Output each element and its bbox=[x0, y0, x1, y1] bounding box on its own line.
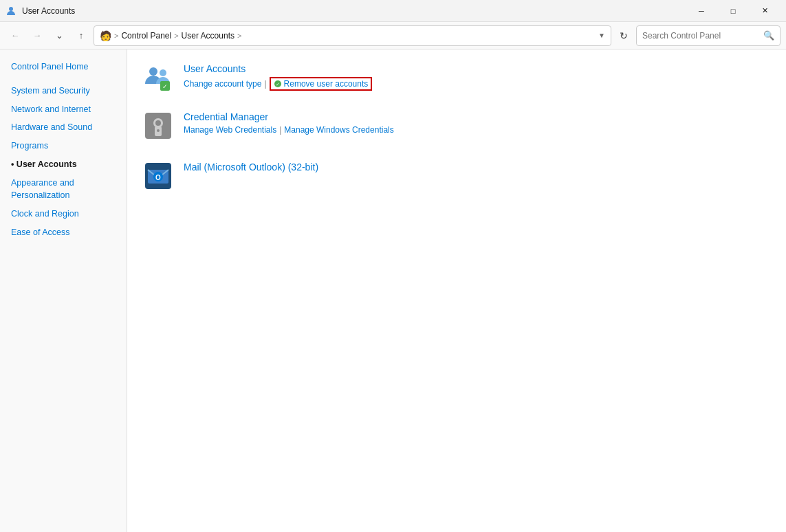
user-accounts-links: Change account type | ✓ Remove user acco… bbox=[184, 77, 372, 91]
credential-manager-title[interactable]: Credential Manager bbox=[184, 111, 394, 122]
svg-text:✓: ✓ bbox=[162, 83, 168, 90]
svg-point-2 bbox=[160, 69, 166, 76]
svg-point-11 bbox=[157, 129, 160, 132]
sidebar: Control Panel Home System and Security N… bbox=[0, 49, 127, 532]
main-layout: Control Panel Home System and Security N… bbox=[0, 49, 786, 532]
credential-manager-body: Credential Manager Manage Web Credential… bbox=[184, 111, 394, 135]
sidebar-item-system-security[interactable]: System and Security bbox=[0, 82, 127, 100]
svg-point-1 bbox=[149, 67, 157, 76]
sidebar-item-network-internet[interactable]: Network and Internet bbox=[0, 100, 127, 119]
svg-point-0 bbox=[9, 7, 13, 11]
sidebar-item-programs[interactable]: Programs bbox=[0, 137, 127, 155]
forward-button[interactable]: → bbox=[28, 26, 47, 45]
search-input[interactable] bbox=[642, 31, 759, 41]
user-accounts-body: User Accounts Change account type | ✓ Re… bbox=[184, 63, 372, 91]
search-box: 🔍 bbox=[636, 25, 780, 46]
mail-title[interactable]: Mail (Microsoft Outlook) (32-bit) bbox=[184, 162, 318, 173]
svg-text:✓: ✓ bbox=[276, 82, 280, 87]
back-button[interactable]: ← bbox=[6, 26, 25, 45]
mail-body: Mail (Microsoft Outlook) (32-bit) bbox=[184, 162, 318, 175]
breadcrumb-icon: 🧑 bbox=[100, 30, 111, 41]
sidebar-item-ease-access[interactable]: Ease of Access bbox=[0, 223, 127, 242]
user-accounts-icon: ✓ bbox=[144, 63, 173, 92]
sidebar-item-clock-region[interactable]: Clock and Region bbox=[0, 205, 127, 223]
close-button[interactable]: ✕ bbox=[749, 0, 780, 22]
sidebar-item-hardware-sound[interactable]: Hardware and Sound bbox=[0, 118, 127, 137]
refresh-button[interactable]: ↻ bbox=[614, 26, 633, 45]
mail-icon: O bbox=[144, 162, 173, 192]
remove-icon: ✓ bbox=[274, 80, 282, 88]
change-account-type-link[interactable]: Change account type bbox=[184, 79, 261, 89]
section-user-accounts: ✓ User Accounts Change account type | ✓ … bbox=[144, 63, 769, 92]
section-credential-manager: Credential Manager Manage Web Credential… bbox=[144, 111, 769, 142]
credential-manager-links: Manage Web Credentials | Manage Windows … bbox=[184, 125, 394, 135]
recent-button[interactable]: ⌄ bbox=[50, 26, 69, 45]
breadcrumb[interactable]: 🧑 > Control Panel > User Accounts > ▼ bbox=[94, 25, 611, 46]
maximize-button[interactable]: □ bbox=[717, 0, 749, 22]
titlebar-controls: ─ □ ✕ bbox=[686, 0, 780, 22]
remove-user-accounts-link[interactable]: ✓ Remove user accounts bbox=[270, 77, 373, 91]
window-title: User Accounts bbox=[22, 6, 75, 16]
search-icon: 🔍 bbox=[763, 30, 774, 41]
user-accounts-title[interactable]: User Accounts bbox=[184, 63, 372, 74]
app-icon bbox=[6, 5, 17, 16]
titlebar: User Accounts ─ □ ✕ bbox=[0, 0, 786, 22]
sidebar-item-home[interactable]: Control Panel Home bbox=[0, 58, 127, 76]
sidebar-item-appearance[interactable]: Appearance and Personalization bbox=[0, 174, 127, 206]
svg-point-9 bbox=[155, 120, 161, 126]
titlebar-left: User Accounts bbox=[6, 5, 75, 16]
section-mail: O Mail (Microsoft Outlook) (32-bit) bbox=[144, 162, 769, 192]
manage-web-credentials-link[interactable]: Manage Web Credentials bbox=[184, 125, 276, 135]
svg-text:O: O bbox=[155, 174, 161, 181]
up-button[interactable]: ↑ bbox=[72, 26, 91, 45]
breadcrumb-dropdown-icon[interactable]: ▼ bbox=[598, 32, 605, 39]
mail-svg: O bbox=[144, 162, 173, 190]
minimize-button[interactable]: ─ bbox=[686, 0, 717, 22]
addressbar: ← → ⌄ ↑ 🧑 > Control Panel > User Account… bbox=[0, 22, 786, 49]
credential-svg bbox=[144, 111, 173, 140]
sidebar-item-user-accounts: User Accounts bbox=[0, 155, 127, 174]
credential-manager-icon bbox=[144, 111, 173, 142]
breadcrumb-control-panel[interactable]: Control Panel bbox=[121, 31, 171, 41]
content-area: ✓ User Accounts Change account type | ✓ … bbox=[127, 49, 786, 532]
user-accounts-svg: ✓ bbox=[144, 63, 173, 92]
manage-windows-credentials-link[interactable]: Manage Windows Credentials bbox=[284, 125, 393, 135]
breadcrumb-user-accounts[interactable]: User Accounts bbox=[182, 31, 234, 41]
